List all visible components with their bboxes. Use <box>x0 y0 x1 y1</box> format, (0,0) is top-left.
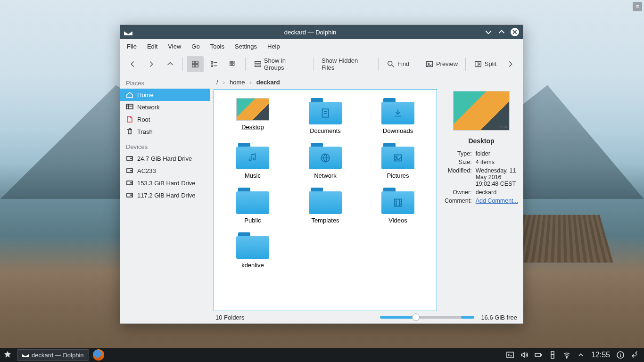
info-icon[interactable] <box>617 351 624 359</box>
svg-rect-3 <box>196 64 198 66</box>
svg-rect-9 <box>232 64 234 66</box>
wifi-icon[interactable] <box>563 351 570 359</box>
folder-downloads[interactable]: Downloads <box>381 98 414 134</box>
folder-desktop[interactable]: Desktop <box>236 98 269 134</box>
folder-icon <box>309 98 342 124</box>
chevron-right-icon: › <box>250 79 252 86</box>
zoom-slider[interactable] <box>380 316 474 319</box>
folder-videos[interactable]: Videos <box>381 188 414 224</box>
folder-label: Templates <box>311 217 339 224</box>
folder-documents[interactable]: Documents <box>309 98 342 134</box>
crumb-current[interactable]: deckard <box>256 79 280 86</box>
sidebar-device[interactable]: 153.3 GiB Hard Drive <box>120 177 210 189</box>
places-header: Places <box>120 78 210 89</box>
folder-music[interactable]: Music <box>236 143 269 179</box>
home-icon <box>126 91 133 99</box>
folder-label: kdenlive <box>241 262 264 269</box>
breadcrumb[interactable]: / › home › deckard <box>210 75 523 89</box>
back-button[interactable] <box>124 56 141 72</box>
network-icon <box>126 103 133 111</box>
folder-templates[interactable]: Templates <box>309 188 342 224</box>
drive-icon <box>126 155 133 162</box>
sidebar-item-label: Network <box>137 104 160 111</box>
toolbar-overflow-button[interactable] <box>502 56 519 72</box>
sidebar-device[interactable]: 24.7 GiB Hard Drive <box>120 152 210 165</box>
svg-rect-10 <box>255 61 261 63</box>
icons-view-button[interactable] <box>187 56 204 72</box>
crumb-root[interactable]: / <box>216 79 218 86</box>
svg-rect-5 <box>211 65 213 66</box>
svg-rect-25 <box>322 109 329 117</box>
usb-icon[interactable] <box>549 351 556 359</box>
battery-icon[interactable] <box>535 351 542 359</box>
close-button[interactable]: ✕ <box>511 28 519 36</box>
window-title: deckard — Dolphin <box>136 29 484 36</box>
start-button[interactable] <box>0 348 15 362</box>
sidebar-item-home[interactable]: Home <box>120 89 210 101</box>
terminal-icon[interactable] <box>506 351 514 359</box>
drive-icon <box>126 167 133 174</box>
root-icon <box>126 115 133 123</box>
folder-label: Desktop <box>241 123 264 131</box>
app-icon <box>124 29 132 35</box>
details-view-button[interactable] <box>224 56 241 72</box>
split-button[interactable]: Split <box>470 56 500 72</box>
folder-icon <box>309 143 342 169</box>
svg-rect-30 <box>507 352 513 358</box>
forward-button[interactable] <box>143 56 160 72</box>
desktop-menu-button[interactable]: ≡ <box>633 2 642 11</box>
up-button[interactable] <box>162 56 179 72</box>
sidebar-item-network[interactable]: Network <box>120 101 210 113</box>
svg-rect-0 <box>192 61 195 63</box>
svg-point-35 <box>566 357 567 358</box>
svg-rect-16 <box>126 104 133 109</box>
menu-edit[interactable]: Edit <box>147 43 157 50</box>
clock[interactable]: 12:55 <box>591 351 610 359</box>
add-comment-link[interactable]: Add Comment... <box>476 197 518 204</box>
sidebar-device[interactable]: AC233 <box>120 165 210 177</box>
folder-label: Public <box>244 217 261 224</box>
details-modified: Wednesday, 11 May 2016 19:02:48 CEST <box>475 166 519 188</box>
logout-icon[interactable] <box>631 351 638 359</box>
status-free: 16.6 GiB free <box>481 314 517 321</box>
svg-rect-31 <box>535 354 541 356</box>
status-count: 10 Folders <box>215 314 244 321</box>
menu-tools[interactable]: Tools <box>210 43 224 50</box>
task-dolphin[interactable]: deckard — Dolphin <box>17 349 89 361</box>
sidebar-device[interactable]: 117.2 GiB Hard Drive <box>120 189 210 201</box>
firefox-launcher[interactable] <box>93 349 104 361</box>
menu-settings[interactable]: Settings <box>235 43 257 50</box>
details-type: folder <box>475 149 519 158</box>
menu-view[interactable]: View <box>168 43 181 50</box>
svg-point-18 <box>131 158 132 159</box>
sidebar-item-label: 153.3 GiB Hard Drive <box>137 180 196 187</box>
crumb-home[interactable]: home <box>230 79 245 86</box>
sidebar-item-trash[interactable]: Trash <box>120 125 210 138</box>
folder-icon <box>236 188 269 214</box>
titlebar[interactable]: deckard — Dolphin ✕ <box>120 25 523 39</box>
preview-button[interactable]: Preview <box>421 56 462 72</box>
menu-go[interactable]: Go <box>191 43 199 50</box>
svg-rect-1 <box>196 61 198 63</box>
folder-kdenlive[interactable]: kdenlive <box>236 232 269 269</box>
show-hidden-button[interactable]: Show Hidden Files <box>318 56 375 72</box>
maximize-button[interactable] <box>497 28 506 36</box>
compact-view-button[interactable] <box>206 56 223 72</box>
folder-network[interactable]: Network <box>309 143 342 179</box>
svg-point-28 <box>396 156 397 157</box>
folder-public[interactable]: Public <box>236 188 269 224</box>
menu-help[interactable]: Help <box>267 43 280 50</box>
folder-icon <box>236 232 269 259</box>
volume-icon[interactable] <box>520 351 528 359</box>
desktop-thumb-icon <box>236 98 269 121</box>
folder-pictures[interactable]: Pictures <box>381 143 414 179</box>
tray-expand-icon[interactable] <box>577 351 585 359</box>
statusbar: 10 Folders 16.6 GiB free <box>210 311 523 323</box>
menu-file[interactable]: File <box>127 43 137 50</box>
show-groups-button[interactable]: Show in Groups <box>249 56 310 72</box>
sidebar-item-root[interactable]: Root <box>120 113 210 125</box>
folder-label: Videos <box>388 217 407 224</box>
file-grid[interactable]: DesktopDocumentsDownloadsMusicNetworkPic… <box>214 89 437 311</box>
find-button[interactable]: Find <box>382 56 413 72</box>
minimize-button[interactable] <box>484 28 493 36</box>
